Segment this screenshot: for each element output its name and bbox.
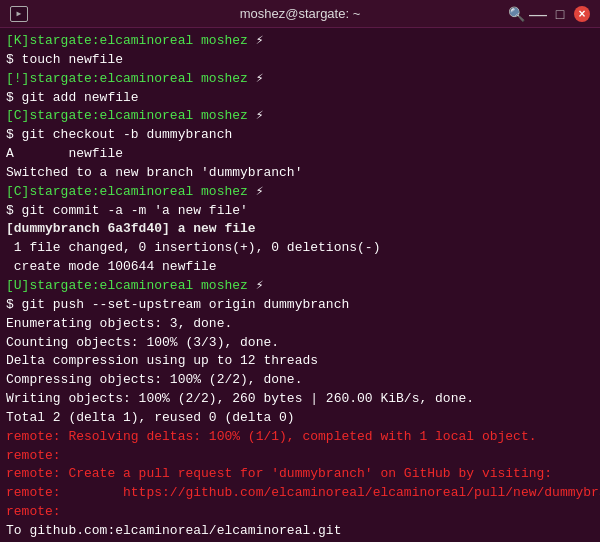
line-26: remote: xyxy=(6,503,594,522)
line-14: [U]stargate:elcaminoreal moshez ⚡ xyxy=(6,277,594,296)
line-21: Total 2 (delta 1), reused 0 (delta 0) xyxy=(6,409,594,428)
line-23: remote: xyxy=(6,447,594,466)
line-4: $ git add newfile xyxy=(6,89,594,108)
terminal-body[interactable]: [K]stargate:elcaminoreal moshez ⚡ $ touc… xyxy=(0,28,600,542)
line-13: create mode 100644 newfile xyxy=(6,258,594,277)
titlebar-title: moshez@stargate: ~ xyxy=(240,6,361,21)
line-15: $ git push --set-upstream origin dummybr… xyxy=(6,296,594,315)
line-24: remote: Create a pull request for 'dummy… xyxy=(6,465,594,484)
terminal-icon-symbol: ▶ xyxy=(17,9,22,18)
line-20: Writing objects: 100% (2/2), 260 bytes |… xyxy=(6,390,594,409)
line-10: $ git commit -a -m 'a new file' xyxy=(6,202,594,221)
line-11: [dummybranch 6a3fd40] a new file xyxy=(6,220,594,239)
line-22: remote: Resolving deltas: 100% (1/1), co… xyxy=(6,428,594,447)
titlebar-left: ▶ xyxy=(10,6,28,22)
minimize-button[interactable]: — xyxy=(530,6,546,22)
line-2: $ touch newfile xyxy=(6,51,594,70)
close-button[interactable]: × xyxy=(574,6,590,22)
line-12: 1 file changed, 0 insertions(+), 0 delet… xyxy=(6,239,594,258)
line-17: Counting objects: 100% (3/3), done. xyxy=(6,334,594,353)
line-27: To github.com:elcaminoreal/elcaminoreal.… xyxy=(6,522,594,541)
terminal-icon: ▶ xyxy=(10,6,28,22)
search-button[interactable]: 🔍 xyxy=(508,6,524,22)
line-8: Switched to a new branch 'dummybranch' xyxy=(6,164,594,183)
titlebar: ▶ moshez@stargate: ~ 🔍 — □ × xyxy=(0,0,600,28)
line-7: A newfile xyxy=(6,145,594,164)
line-19: Compressing objects: 100% (2/2), done. xyxy=(6,371,594,390)
maximize-button[interactable]: □ xyxy=(552,6,568,22)
window: ▶ moshez@stargate: ~ 🔍 — □ × [K]stargate… xyxy=(0,0,600,542)
line-18: Delta compression using up to 12 threads xyxy=(6,352,594,371)
line-5: [C]stargate:elcaminoreal moshez ⚡ xyxy=(6,107,594,126)
line-16: Enumerating objects: 3, done. xyxy=(6,315,594,334)
line-6: $ git checkout -b dummybranch xyxy=(6,126,594,145)
titlebar-controls: 🔍 — □ × xyxy=(508,6,590,22)
line-9: [C]stargate:elcaminoreal moshez ⚡ xyxy=(6,183,594,202)
line-3: [!]stargate:elcaminoreal moshez ⚡ xyxy=(6,70,594,89)
line-25: remote: https://github.com/elcaminoreal/… xyxy=(6,484,594,503)
line-1: [K]stargate:elcaminoreal moshez ⚡ xyxy=(6,32,594,51)
